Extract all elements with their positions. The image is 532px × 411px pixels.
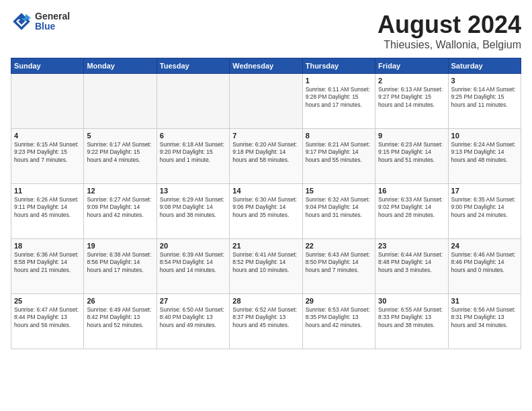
day-number: 9 [378, 132, 445, 140]
logo-text: General Blue [35, 11, 70, 32]
day-info: Sunrise: 6:23 AM Sunset: 9:15 PM Dayligh… [378, 141, 445, 164]
day-info: Sunrise: 6:26 AM Sunset: 9:11 PM Dayligh… [14, 196, 81, 219]
day-number: 31 [451, 297, 518, 305]
day-info: Sunrise: 6:39 AM Sunset: 8:54 PM Dayligh… [160, 251, 226, 274]
calendar-week-row: 11Sunrise: 6:26 AM Sunset: 9:11 PM Dayli… [11, 184, 521, 239]
day-info: Sunrise: 6:44 AM Sunset: 8:48 PM Dayligh… [378, 251, 445, 274]
day-info: Sunrise: 6:56 AM Sunset: 8:31 PM Dayligh… [451, 306, 518, 329]
day-number: 24 [451, 242, 518, 250]
table-row: 27Sunrise: 6:50 AM Sunset: 8:40 PM Dayli… [157, 294, 229, 349]
table-row: 22Sunrise: 6:43 AM Sunset: 8:50 PM Dayli… [302, 239, 375, 294]
day-number: 16 [378, 187, 445, 195]
day-info: Sunrise: 6:30 AM Sunset: 9:06 PM Dayligh… [232, 196, 299, 219]
calendar-week-row: 18Sunrise: 6:36 AM Sunset: 8:58 PM Dayli… [11, 239, 521, 294]
col-tuesday: Tuesday [157, 58, 229, 74]
day-number: 5 [87, 132, 153, 140]
day-number: 18 [14, 242, 81, 250]
col-wednesday: Wednesday [230, 58, 302, 74]
table-row: 16Sunrise: 6:33 AM Sunset: 9:02 PM Dayli… [375, 184, 448, 239]
day-number: 15 [306, 187, 372, 195]
day-number: 26 [87, 297, 153, 305]
day-info: Sunrise: 6:27 AM Sunset: 9:09 PM Dayligh… [87, 196, 153, 219]
table-row: 21Sunrise: 6:41 AM Sunset: 8:52 PM Dayli… [230, 239, 302, 294]
day-number: 10 [451, 132, 518, 140]
logo-blue-text: Blue [35, 21, 70, 32]
calendar-week-row: 25Sunrise: 6:47 AM Sunset: 8:44 PM Dayli… [11, 294, 521, 349]
table-row [157, 74, 229, 129]
day-info: Sunrise: 6:13 AM Sunset: 9:27 PM Dayligh… [378, 86, 445, 109]
day-info: Sunrise: 6:53 AM Sunset: 8:35 PM Dayligh… [306, 306, 372, 329]
day-number: 13 [160, 187, 226, 195]
title-section: August 2024 Thieusies, Wallonia, Belgium [378, 11, 521, 51]
day-info: Sunrise: 6:24 AM Sunset: 9:13 PM Dayligh… [451, 141, 518, 164]
table-row: 10Sunrise: 6:24 AM Sunset: 9:13 PM Dayli… [448, 129, 521, 184]
logo-icon [11, 11, 32, 32]
calendar-week-row: 4Sunrise: 6:15 AM Sunset: 9:23 PM Daylig… [11, 129, 521, 184]
day-info: Sunrise: 6:35 AM Sunset: 9:00 PM Dayligh… [451, 196, 518, 219]
calendar-header: Sunday Monday Tuesday Wednesday Thursday… [11, 58, 521, 74]
day-info: Sunrise: 6:17 AM Sunset: 9:22 PM Dayligh… [87, 141, 153, 164]
day-number: 3 [451, 77, 518, 85]
table-row: 20Sunrise: 6:39 AM Sunset: 8:54 PM Dayli… [157, 239, 229, 294]
day-number: 4 [14, 132, 81, 140]
table-row: 28Sunrise: 6:52 AM Sunset: 8:37 PM Dayli… [230, 294, 302, 349]
day-info: Sunrise: 6:46 AM Sunset: 8:46 PM Dayligh… [451, 251, 518, 274]
table-row: 13Sunrise: 6:29 AM Sunset: 9:08 PM Dayli… [157, 184, 229, 239]
table-row: 14Sunrise: 6:30 AM Sunset: 9:06 PM Dayli… [230, 184, 302, 239]
day-info: Sunrise: 6:20 AM Sunset: 9:18 PM Dayligh… [232, 141, 299, 164]
col-friday: Friday [375, 58, 448, 74]
day-number: 23 [378, 242, 445, 250]
day-info: Sunrise: 6:33 AM Sunset: 9:02 PM Dayligh… [378, 196, 445, 219]
table-row: 31Sunrise: 6:56 AM Sunset: 8:31 PM Dayli… [448, 294, 521, 349]
table-row: 15Sunrise: 6:32 AM Sunset: 9:04 PM Dayli… [302, 184, 375, 239]
day-number: 6 [160, 132, 226, 140]
day-info: Sunrise: 6:47 AM Sunset: 8:44 PM Dayligh… [14, 306, 81, 329]
day-info: Sunrise: 6:43 AM Sunset: 8:50 PM Dayligh… [306, 251, 372, 274]
table-row: 2Sunrise: 6:13 AM Sunset: 9:27 PM Daylig… [375, 74, 448, 129]
day-number: 8 [306, 132, 372, 140]
day-number: 19 [87, 242, 153, 250]
table-row: 12Sunrise: 6:27 AM Sunset: 9:09 PM Dayli… [84, 184, 157, 239]
day-number: 27 [160, 297, 226, 305]
day-info: Sunrise: 6:29 AM Sunset: 9:08 PM Dayligh… [160, 196, 226, 219]
table-row: 26Sunrise: 6:49 AM Sunset: 8:42 PM Dayli… [84, 294, 157, 349]
header: General Blue August 2024 Thieusies, Wall… [11, 11, 521, 51]
table-row [11, 74, 84, 129]
day-number: 11 [14, 187, 81, 195]
table-row: 1Sunrise: 6:11 AM Sunset: 9:28 PM Daylig… [302, 74, 375, 129]
day-info: Sunrise: 6:49 AM Sunset: 8:42 PM Dayligh… [87, 306, 153, 329]
table-row: 3Sunrise: 6:14 AM Sunset: 9:25 PM Daylig… [448, 74, 521, 129]
table-row: 7Sunrise: 6:20 AM Sunset: 9:18 PM Daylig… [230, 129, 302, 184]
table-row: 4Sunrise: 6:15 AM Sunset: 9:23 PM Daylig… [11, 129, 84, 184]
table-row: 18Sunrise: 6:36 AM Sunset: 8:58 PM Dayli… [11, 239, 84, 294]
table-row: 19Sunrise: 6:38 AM Sunset: 8:56 PM Dayli… [84, 239, 157, 294]
table-row [84, 74, 157, 129]
day-info: Sunrise: 6:50 AM Sunset: 8:40 PM Dayligh… [160, 306, 226, 329]
col-thursday: Thursday [302, 58, 375, 74]
col-sunday: Sunday [11, 58, 84, 74]
table-row: 6Sunrise: 6:18 AM Sunset: 9:20 PM Daylig… [157, 129, 229, 184]
day-number: 7 [232, 132, 299, 140]
day-info: Sunrise: 6:11 AM Sunset: 9:28 PM Dayligh… [306, 86, 372, 109]
table-row: 29Sunrise: 6:53 AM Sunset: 8:35 PM Dayli… [302, 294, 375, 349]
table-row: 24Sunrise: 6:46 AM Sunset: 8:46 PM Dayli… [448, 239, 521, 294]
calendar-week-row: 1Sunrise: 6:11 AM Sunset: 9:28 PM Daylig… [11, 74, 521, 129]
location-text: Thieusies, Wallonia, Belgium [378, 39, 521, 51]
table-row: 30Sunrise: 6:55 AM Sunset: 8:33 PM Dayli… [375, 294, 448, 349]
day-info: Sunrise: 6:41 AM Sunset: 8:52 PM Dayligh… [232, 251, 299, 274]
day-number: 22 [306, 242, 372, 250]
day-info: Sunrise: 6:36 AM Sunset: 8:58 PM Dayligh… [14, 251, 81, 274]
day-info: Sunrise: 6:21 AM Sunset: 9:17 PM Dayligh… [306, 141, 372, 164]
day-info: Sunrise: 6:18 AM Sunset: 9:20 PM Dayligh… [160, 141, 226, 164]
day-number: 21 [232, 242, 299, 250]
day-info: Sunrise: 6:14 AM Sunset: 9:25 PM Dayligh… [451, 86, 518, 109]
day-number: 20 [160, 242, 226, 250]
day-number: 29 [306, 297, 372, 305]
day-number: 2 [378, 77, 445, 85]
calendar-body: 1Sunrise: 6:11 AM Sunset: 9:28 PM Daylig… [11, 74, 521, 349]
col-monday: Monday [84, 58, 157, 74]
table-row: 9Sunrise: 6:23 AM Sunset: 9:15 PM Daylig… [375, 129, 448, 184]
day-number: 17 [451, 187, 518, 195]
table-row: 25Sunrise: 6:47 AM Sunset: 8:44 PM Dayli… [11, 294, 84, 349]
table-row: 23Sunrise: 6:44 AM Sunset: 8:48 PM Dayli… [375, 239, 448, 294]
